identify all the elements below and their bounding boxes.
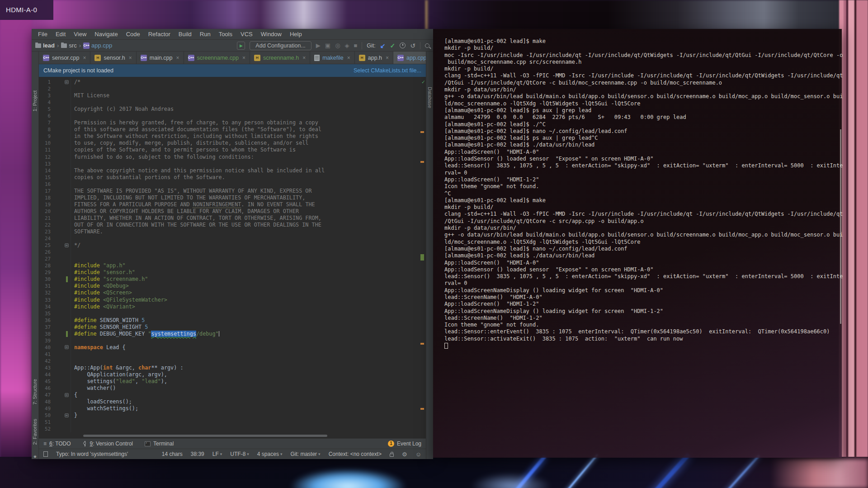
stripe-mark[interactable] [420, 408, 424, 410]
tab-sensor-cpp[interactable]: C++sensor.cpp× [39, 52, 90, 64]
stripe-mark[interactable] [420, 254, 424, 261]
stripe-mark[interactable] [420, 343, 424, 345]
breadcrumb-file[interactable]: app.cpp [91, 42, 112, 49]
error-stripe[interactable]: ✓ [420, 77, 425, 438]
sidebar-tab-database[interactable]: Database [427, 87, 433, 108]
menu-tools[interactable]: Tools [215, 29, 236, 39]
menu-file[interactable]: File [34, 29, 51, 39]
line-number: 48 [39, 398, 51, 405]
line-number: 36 [39, 317, 51, 324]
menu-vcs[interactable]: VCS [237, 29, 256, 39]
status-widget-git-master[interactable]: Git: master▾ [290, 451, 320, 457]
history-icon[interactable] [400, 43, 406, 48]
bookmark-star-icon[interactable]: ★ [33, 454, 37, 459]
terminal-line: App::loadScreen() "HDMI-A-0" [444, 149, 837, 156]
status-widget-38-39[interactable]: 38:39 [191, 451, 204, 457]
code-segment: of this software and associated document… [74, 126, 321, 133]
sidebar-tab-structure[interactable]: 7: Structure [32, 379, 38, 405]
stripe-mark[interactable] [420, 161, 424, 163]
sidebar-tab-favorites[interactable]: 2: Favorites [32, 419, 38, 445]
stripe-mark[interactable] [420, 131, 424, 133]
git-commit-icon[interactable]: ✓ [390, 42, 396, 49]
line-number: 16 [39, 181, 51, 188]
menu-code[interactable]: Code [123, 29, 144, 39]
coverage-button[interactable]: ◎ [335, 42, 340, 49]
status-widget-14-chars[interactable]: 14 chars [162, 451, 183, 457]
text-caret [219, 331, 219, 336]
event-log-button[interactable]: 1 Event Log [388, 441, 421, 447]
breadcrumb-project[interactable]: lead [43, 42, 55, 49]
toolwindow-button-terminal[interactable]: Terminal [145, 441, 174, 447]
editor-line: 34#include <QVariant> [39, 303, 419, 310]
menu-refactor[interactable]: Refactor [145, 29, 174, 39]
tab-close-icon[interactable]: × [176, 55, 179, 61]
terminal-line: g++ -o data/usr/bin/lead build/main.o bu… [444, 93, 837, 100]
hector-face-icon[interactable]: ☺ [415, 451, 421, 458]
status-widget-context-no-context-[interactable]: Context: <no context> [329, 451, 382, 457]
menu-edit[interactable]: Edit [52, 29, 69, 39]
terminal-window[interactable]: [almamu@es01-pc-002 lead]$ makemkdir -p … [433, 29, 842, 458]
line-number: 32 [39, 289, 51, 296]
add-configuration-button[interactable]: Add Configuration... [250, 41, 311, 50]
horizontal-scrollbar[interactable] [83, 435, 327, 437]
search-everywhere-icon[interactable] [425, 43, 429, 48]
git-update-icon[interactable]: ↙ [380, 42, 386, 49]
tab-close-icon[interactable]: × [83, 55, 86, 61]
code-segment: "lead" [142, 378, 161, 384]
tab-main-cpp[interactable]: C++main.cpp× [137, 52, 184, 64]
menu-build[interactable]: Build [175, 29, 195, 39]
gutter-annotations [51, 147, 71, 153]
gear-icon[interactable]: ⚙ [402, 451, 407, 458]
sidebar-tab-project[interactable]: 1: Project [32, 90, 38, 111]
code-segment: SENSOR_WIDTH [100, 317, 142, 323]
tab-screenname-h[interactable]: Hscreenname.h× [250, 52, 310, 64]
fold-toggle-icon[interactable]: − [65, 413, 69, 417]
breadcrumb-dir[interactable]: src [69, 42, 76, 49]
gutter-annotations [51, 398, 71, 405]
tab-app-h[interactable]: Happ.h× [355, 52, 393, 64]
menu-view[interactable]: View [70, 29, 90, 39]
status-widget-lf[interactable]: LF▾ [212, 451, 222, 457]
status-widget-4-spaces[interactable]: 4 spaces▾ [257, 451, 283, 457]
fold-toggle-icon[interactable]: − [65, 243, 69, 247]
gutter-annotations: − [51, 392, 71, 398]
terminal-line: clang -std=c++11 -Wall -O3 -fPIC -MMD -I… [444, 211, 837, 218]
terminal-scrollbar[interactable] [840, 129, 841, 324]
code-segment: App::App( [74, 365, 103, 371]
status-widget-label: LF [212, 451, 219, 457]
code-segment: THE SOFTWARE IS PROVIDED "AS IS", WITHOU… [74, 188, 312, 194]
menu-help[interactable]: Help [286, 29, 306, 39]
status-widget-utf-8[interactable]: UTF-8▾ [230, 451, 249, 457]
fold-toggle-icon[interactable]: − [65, 80, 69, 84]
editor-line: 47−{ [39, 392, 419, 398]
run-config-icon[interactable]: ▶ [237, 42, 245, 50]
fold-toggle-icon[interactable]: − [65, 393, 69, 397]
toolwindow-button-6-todo[interactable]: ≡6: TODO [43, 441, 71, 447]
tab-close-icon[interactable]: × [242, 55, 245, 61]
file-file-icon [314, 55, 320, 61]
toolwindow-button-9-version-control[interactable]: 9: Version Control [83, 441, 133, 447]
fold-toggle-icon[interactable]: − [65, 345, 69, 349]
tab-sensor-h[interactable]: Hsensor.h× [90, 52, 136, 64]
rollback-icon[interactable]: ↺ [410, 42, 415, 49]
menu-run[interactable]: Run [196, 29, 214, 39]
banner-action-link[interactable]: Select CMakeLists.txt file... [354, 67, 421, 74]
profile-button[interactable]: ◈ [344, 42, 349, 49]
run-button[interactable]: ▶ [316, 42, 321, 49]
terminal-line: mkdir -p data/usr/bin/ [444, 86, 837, 93]
tab-app-cpp[interactable]: C++app.cpp× [393, 52, 426, 64]
debug-button[interactable]: ▣ [325, 42, 330, 49]
tab-close-icon[interactable]: × [386, 55, 389, 61]
code-editor[interactable]: 1−/*23MIT License45Copyright (c) 2017 No… [39, 77, 426, 438]
tab-makefile[interactable]: makefile× [310, 52, 355, 64]
editor-line: 25−*/ [39, 242, 419, 249]
tab-close-icon[interactable]: × [129, 55, 132, 61]
tab-close-icon[interactable]: × [302, 55, 306, 61]
menu-navigate[interactable]: Navigate [91, 29, 121, 39]
menu-window[interactable]: Window [257, 29, 285, 39]
chevron-down-icon: ▾ [280, 452, 283, 456]
tab-screenname-cpp[interactable]: C++screenname.cpp× [184, 52, 250, 64]
tab-close-icon[interactable]: × [347, 55, 350, 61]
lock-icon[interactable] [390, 454, 394, 457]
stop-button[interactable]: ■ [354, 42, 357, 49]
